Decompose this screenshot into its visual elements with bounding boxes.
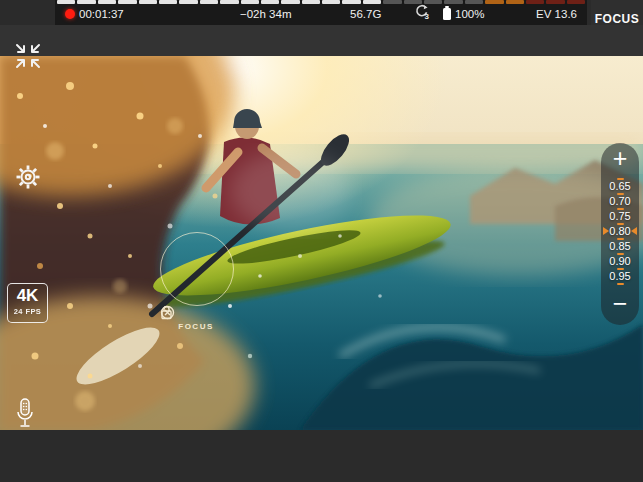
audio-meter-segment [241, 0, 259, 4]
focus-slider-value[interactable]: 0.90 [601, 255, 639, 267]
battery-percent: 100% [455, 5, 484, 23]
focus-fine-slider[interactable]: + − 0.650.700.750.800.850.900.95 [601, 143, 639, 325]
audio-meter-segment [139, 0, 157, 4]
audio-meter-segment [546, 0, 564, 4]
focus-slider-value[interactable]: 0.95 [601, 270, 639, 282]
microphone-icon [13, 397, 37, 432]
filmic-camera-app: 00:01:37 −02h 34m 56.7G 3 100% EV 13.6 F… [0, 0, 643, 482]
audio-meter [57, 0, 585, 4]
focus-slider-value[interactable]: 0.65 [601, 180, 639, 192]
audio-meter-segment [383, 0, 401, 4]
collapse-view-button[interactable] [11, 39, 45, 77]
remaining-time: −02h 34m [240, 5, 291, 23]
sync-icon: 3 [413, 4, 430, 20]
audio-meter-segment [261, 0, 279, 4]
top-sub-strip [0, 25, 643, 56]
exposure-value: EV 13.6 [536, 5, 577, 23]
focus-reticle[interactable] [160, 232, 234, 306]
collapse-arrows-icon [11, 39, 45, 73]
settings-button[interactable] [15, 164, 41, 194]
svg-text:3: 3 [425, 12, 430, 21]
gear-icon [15, 164, 41, 190]
focus-reticle-label: FOCUS [150, 322, 242, 331]
top-status-bar: 00:01:37 −02h 34m 56.7G 3 100% EV 13.6 [55, 0, 587, 25]
audio-meter-segment [506, 0, 524, 4]
audio-meter-segment [77, 0, 95, 4]
audio-meter-segment [526, 0, 544, 4]
audio-meter-segment [57, 0, 75, 4]
focus-cancel-icon[interactable] [160, 305, 175, 320]
focus-slider-value[interactable]: 0.85 [601, 240, 639, 252]
focus-current-arrow-icon [603, 227, 609, 235]
audio-meter-segment [118, 0, 136, 4]
focus-current-arrow-icon [631, 227, 637, 235]
resolution-value: 4K [8, 285, 47, 307]
recording-indicator-icon [65, 9, 75, 19]
kayaker-scene [0, 56, 643, 430]
focus-decrease-button[interactable]: − [601, 290, 639, 316]
audio-meter-segment [322, 0, 340, 4]
audio-meter-segment [302, 0, 320, 4]
audio-meter-segment [98, 0, 116, 4]
battery-icon [443, 8, 451, 20]
viewfinder-video[interactable]: FOCUS [0, 56, 643, 430]
audio-meter-segment [200, 0, 218, 4]
audio-meter-segment [220, 0, 238, 4]
sync-badge: 3 [413, 4, 430, 20]
audio-meter-segment [465, 0, 483, 4]
focus-slider-tick [617, 283, 624, 285]
audio-meter-segment [342, 0, 360, 4]
focus-mode-label: FOCUS [595, 12, 640, 26]
battery-status: 100% [443, 5, 484, 23]
audio-meter-segment [281, 0, 299, 4]
audio-meter-segment [159, 0, 177, 4]
elapsed-time: 00:01:37 [79, 5, 124, 23]
audio-meter-segment [179, 0, 197, 4]
audio-meter-segment [567, 0, 585, 4]
bottom-area: 1950 SHUTTER 40 ISO 5500K WB 0.80 FOCUS … [0, 430, 643, 482]
audio-meter-segment [444, 0, 462, 4]
audio-meter-segment [363, 0, 381, 4]
storage-remaining: 56.7G [350, 5, 381, 23]
framerate-value: 24 FPS [8, 307, 47, 316]
focus-increase-button[interactable]: + [601, 145, 639, 171]
focus-slider-value[interactable]: 0.70 [601, 195, 639, 207]
audio-meter-segment [485, 0, 503, 4]
focus-slider-value[interactable]: 0.75 [601, 210, 639, 222]
resolution-badge[interactable]: 4K 24 FPS [7, 283, 48, 323]
